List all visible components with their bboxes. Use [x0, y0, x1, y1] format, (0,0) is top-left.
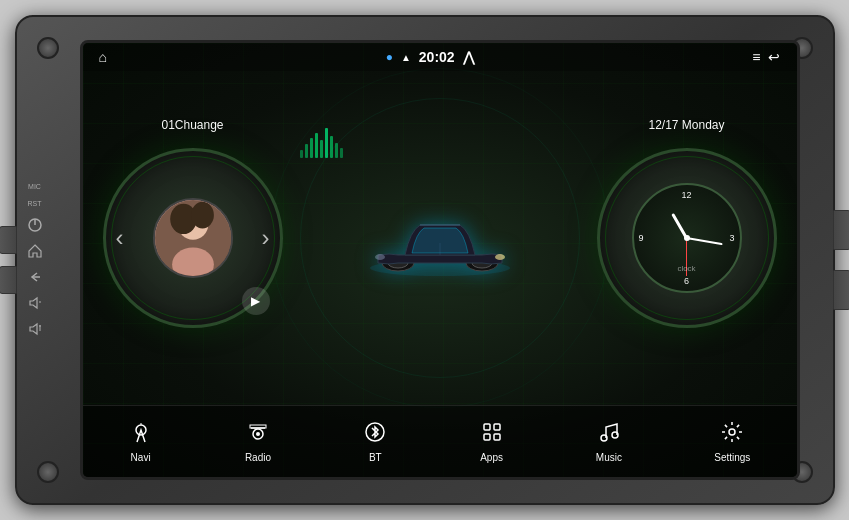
settings-icon	[720, 420, 744, 448]
svg-rect-22	[494, 424, 500, 430]
mount-bolt-bl	[37, 461, 59, 483]
back-status-icon[interactable]: ↩	[768, 49, 780, 65]
mic-label: MIC	[28, 183, 41, 190]
play-icon: ▶	[251, 294, 260, 308]
track-name: 01Chuange	[161, 118, 223, 132]
status-bar: ⌂ ● ▲ 20:02 ⋀ ≡ ↩	[83, 43, 797, 71]
svg-rect-23	[484, 434, 490, 440]
side-btn-left-2[interactable]	[0, 266, 17, 294]
side-btn-right-2[interactable]	[833, 270, 850, 310]
settings-label: Settings	[714, 452, 750, 463]
radio-label: Radio	[245, 452, 271, 463]
status-center: ● ▲ 20:02 ⋀	[386, 49, 474, 65]
album-art-image	[155, 200, 231, 276]
bluetooth-status-icon: ●	[386, 50, 393, 64]
navi-icon	[129, 420, 153, 448]
device-frame: MIC RST	[15, 15, 835, 505]
next-button[interactable]: ›	[262, 224, 270, 252]
screen-bezel: ⌂ ● ▲ 20:02 ⋀ ≡ ↩	[80, 40, 800, 480]
radio-icon	[246, 420, 270, 448]
side-btn-right-1[interactable]	[833, 210, 850, 250]
svg-point-13	[375, 254, 385, 260]
wifi-status-icon: ▲	[401, 52, 411, 63]
center-area	[283, 193, 597, 283]
rst-label: RST	[28, 200, 42, 207]
clock-3: 3	[729, 233, 734, 243]
vol-down-button[interactable]	[27, 295, 43, 311]
status-right: ≡ ↩	[752, 49, 780, 65]
time-display: 20:02	[419, 49, 455, 65]
home-button-left[interactable]	[27, 243, 43, 259]
music-info: 01Chuange	[103, 118, 283, 132]
back-button-left[interactable]	[27, 269, 43, 285]
mount-bolt-tl	[37, 37, 59, 59]
clock-face: 12 3 6 9 clock	[632, 183, 742, 293]
nav-item-music[interactable]: Music	[580, 412, 638, 471]
screen: ⌂ ● ▲ 20:02 ⋀ ≡ ↩	[83, 43, 797, 477]
music-circle: ‹	[103, 148, 283, 328]
bt-icon	[363, 420, 387, 448]
power-button[interactable]	[27, 217, 43, 233]
side-btn-left-1[interactable]	[0, 226, 17, 254]
nav-item-settings[interactable]: Settings	[698, 412, 766, 471]
date-display: 12/17 Monday	[597, 118, 777, 132]
svg-point-12	[495, 254, 505, 260]
svg-point-18	[256, 432, 260, 436]
main-content: 01Chuange ‹	[83, 71, 797, 405]
car-image	[360, 193, 520, 283]
citroen-logo: ⋀	[463, 49, 474, 65]
svg-point-6	[191, 202, 214, 229]
play-button[interactable]: ▶	[242, 287, 270, 315]
nav-item-bt[interactable]: BT	[347, 412, 403, 471]
menu-status-icon[interactable]: ≡	[752, 49, 760, 65]
clock-minute-hand	[686, 237, 722, 245]
side-buttons-right	[833, 210, 850, 310]
music-icon	[597, 420, 621, 448]
clock-6: 6	[684, 276, 689, 286]
clock-circle: 12 3 6 9 clock	[597, 148, 777, 328]
apps-icon	[480, 420, 504, 448]
svg-rect-19	[250, 425, 266, 428]
bottom-nav: Navi Radio	[83, 405, 797, 477]
apps-label: Apps	[480, 452, 503, 463]
nav-item-apps[interactable]: Apps	[464, 412, 520, 471]
vol-up-button[interactable]	[27, 321, 43, 337]
navi-label: Navi	[131, 452, 151, 463]
music-label: Music	[596, 452, 622, 463]
home-status-icon[interactable]: ⌂	[99, 49, 107, 65]
album-art	[153, 198, 233, 278]
clock-wrapper: 12/17 Monday 12 3 6 9 clock	[597, 148, 777, 328]
left-panel: MIC RST	[27, 183, 43, 337]
clock-label: clock	[677, 264, 695, 273]
nav-item-navi[interactable]: Navi	[113, 412, 169, 471]
clock-9: 9	[639, 233, 644, 243]
bt-label: BT	[369, 452, 382, 463]
side-buttons-left	[0, 226, 17, 294]
music-player: 01Chuange ‹	[103, 148, 283, 328]
status-left: ⌂	[99, 49, 107, 65]
clock-12: 12	[681, 190, 691, 200]
clock-center	[684, 235, 690, 241]
svg-rect-24	[494, 434, 500, 440]
svg-rect-21	[484, 424, 490, 430]
date-text: 12/17 Monday	[648, 118, 724, 132]
prev-button[interactable]: ‹	[116, 224, 124, 252]
nav-item-radio[interactable]: Radio	[229, 412, 287, 471]
svg-point-27	[729, 429, 735, 435]
